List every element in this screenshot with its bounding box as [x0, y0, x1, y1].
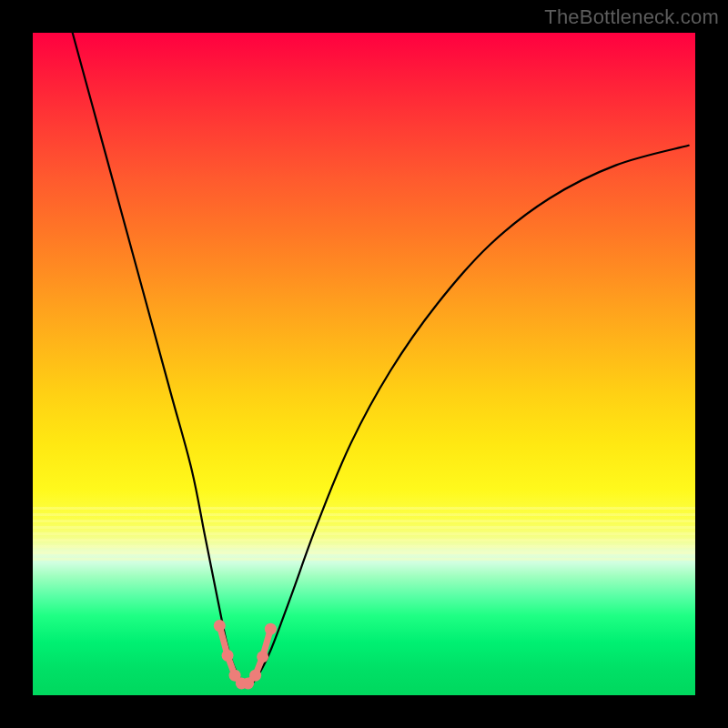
curve-layer	[33, 33, 695, 695]
watermark-text: TheBottleneck.com	[544, 5, 719, 29]
svg-point-6	[257, 651, 268, 662]
svg-point-1	[222, 650, 234, 662]
bottleneck-curve	[73, 33, 689, 685]
plot-area	[33, 33, 695, 695]
svg-point-7	[265, 623, 277, 635]
svg-point-5	[249, 670, 261, 682]
optimal-range-markers	[214, 620, 277, 689]
chart-frame: TheBottleneck.com	[0, 0, 728, 728]
svg-point-0	[214, 620, 226, 632]
